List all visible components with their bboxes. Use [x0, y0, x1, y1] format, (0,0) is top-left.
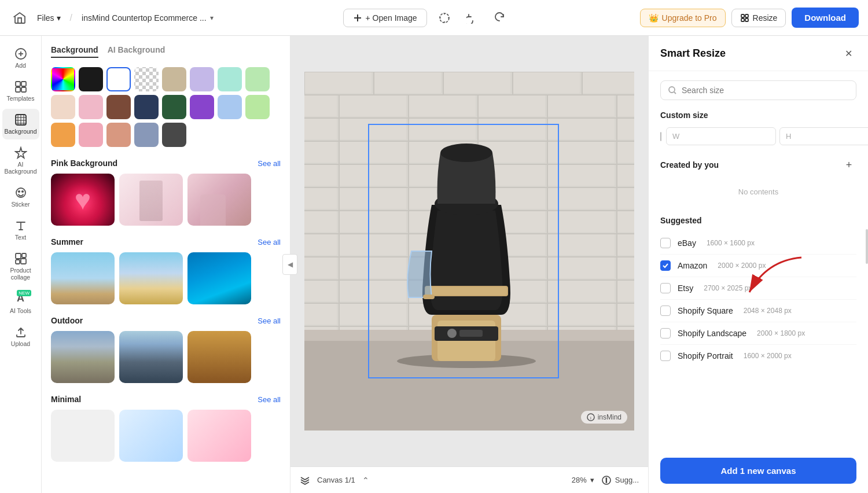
- custom-size-checkbox[interactable]: [660, 132, 661, 141]
- topbar: Files ▾ / insMind Countertop Ecommerce .…: [0, 0, 868, 36]
- download-button[interactable]: Download: [792, 8, 859, 28]
- brick-pattern: [304, 72, 634, 431]
- left-panel: Background AI Background: [42, 36, 290, 493]
- undo-button[interactable]: [462, 8, 483, 28]
- add-custom-size-button[interactable]: +: [841, 157, 856, 172]
- sidebar-item-product-collage[interactable]: Product collage: [2, 248, 39, 285]
- svg-text:!: !: [605, 477, 607, 484]
- svg-rect-47: [459, 330, 483, 337]
- suggest-button[interactable]: ! Sugg...: [601, 475, 639, 485]
- shopify-landscape-checkbox[interactable]: [660, 328, 671, 339]
- bg-thumb-road[interactable]: [51, 331, 115, 383]
- minimal-see-all[interactable]: See all: [258, 395, 281, 404]
- color-swatch-dark-green[interactable]: [162, 95, 186, 119]
- open-image-button[interactable]: + Open Image: [343, 9, 427, 27]
- created-by-you-label: Created by you: [660, 160, 719, 170]
- bg-thumb-minimal-2[interactable]: [119, 410, 183, 462]
- color-swatch-steel-blue[interactable]: [134, 123, 159, 147]
- etsy-checkbox[interactable]: [660, 283, 671, 293]
- close-button[interactable]: ✕: [840, 45, 856, 61]
- bg-thumb-beach-sky[interactable]: [51, 252, 115, 304]
- sidebar-item-upload[interactable]: Upload: [2, 321, 39, 352]
- color-swatch-light-pink[interactable]: [79, 123, 103, 147]
- bg-thumb-pool[interactable]: [187, 252, 251, 304]
- color-swatch-pink[interactable]: [79, 95, 103, 119]
- color-swatch-peach[interactable]: [51, 95, 75, 119]
- sidebar-item-sticker[interactable]: Sticker: [2, 182, 39, 212]
- suggested-item-shopify-square[interactable]: Shopify Square 2048 × 2048 px: [660, 300, 856, 322]
- sidebar-item-text[interactable]: Text: [2, 215, 39, 245]
- layers-button[interactable]: [300, 475, 310, 485]
- tab-background[interactable]: Background: [51, 45, 98, 58]
- bg-thumb-minimal-3[interactable]: [187, 410, 251, 462]
- shopify-portrait-checkbox[interactable]: [660, 351, 671, 361]
- canvas-expand-button[interactable]: ⌃: [362, 476, 369, 485]
- svg-rect-29: [22, 253, 26, 257]
- bg-thumb-sandy-beach[interactable]: [119, 252, 183, 304]
- color-swatch-black[interactable]: [79, 67, 103, 91]
- canvas-bottom-bar: Canvas 1/1 ⌃ 28% ▾ ! Sugg...: [290, 466, 648, 493]
- minimal-header: Minimal See all: [51, 395, 281, 404]
- sidebar-item-background[interactable]: Background: [2, 109, 39, 139]
- redo-button[interactable]: [490, 8, 510, 28]
- canvas-image[interactable]: i insMind: [304, 72, 634, 431]
- color-swatch-light-lime[interactable]: [245, 95, 270, 119]
- color-swatch-light-blue[interactable]: [218, 95, 242, 119]
- sidebar-item-ai-tools[interactable]: A NEW AI Tools: [2, 288, 39, 319]
- amazon-checkbox[interactable]: [660, 260, 671, 271]
- resize-button[interactable]: Resize: [731, 9, 786, 27]
- color-swatch-purple[interactable]: [190, 95, 214, 119]
- color-swatch-orange[interactable]: [51, 123, 75, 147]
- summer-see-all[interactable]: See all: [258, 238, 281, 246]
- upgrade-button[interactable]: 👑 Upgrade to Pro: [640, 9, 726, 27]
- zoom-control[interactable]: 28% ▾: [572, 476, 594, 484]
- color-swatch-brown[interactable]: [106, 95, 131, 119]
- bg-thumb-pink-room[interactable]: [187, 174, 251, 226]
- suggested-item-etsy[interactable]: Etsy 2700 × 2025 px: [660, 277, 856, 300]
- color-swatch-rainbow[interactable]: [51, 67, 75, 91]
- svg-rect-49: [426, 287, 507, 295]
- suggested-item-shopify-portrait[interactable]: Shopify Portrait 1600 × 2000 px: [660, 345, 856, 367]
- color-swatch-tan[interactable]: [162, 67, 186, 91]
- svg-point-2: [440, 13, 449, 23]
- canvas-label: Canvas 1/1: [317, 476, 355, 484]
- color-swatch-mint[interactable]: [218, 67, 242, 91]
- outdoor-see-all[interactable]: See all: [258, 317, 281, 325]
- width-input[interactable]: [666, 127, 776, 145]
- sidebar-item-add[interactable]: Add: [2, 43, 39, 73]
- tab-ai-background[interactable]: AI Background: [108, 45, 165, 58]
- search-icon: [668, 86, 677, 95]
- svg-rect-15: [21, 82, 26, 86]
- files-menu[interactable]: Files ▾: [37, 13, 61, 23]
- color-swatch-white[interactable]: [106, 67, 131, 91]
- home-button[interactable]: [9, 8, 30, 28]
- color-swatch-dark-gray[interactable]: [162, 123, 186, 147]
- shopify-square-checkbox[interactable]: [660, 306, 671, 316]
- sidebar-item-ai-background[interactable]: AI Background: [2, 142, 39, 179]
- height-input[interactable]: [779, 127, 868, 145]
- pink-background-see-all[interactable]: See all: [258, 159, 281, 168]
- magic-wand-button[interactable]: [434, 8, 455, 28]
- bg-thumb-city[interactable]: [119, 331, 183, 383]
- panel-collapse-button[interactable]: ◀: [282, 254, 297, 275]
- sidebar-item-templates[interactable]: Templates: [2, 76, 39, 106]
- color-swatch-light-green[interactable]: [245, 67, 270, 91]
- suggested-item-shopify-landscape[interactable]: Shopify Landscape 2000 × 1800 px: [660, 322, 856, 345]
- color-swatch-transparent[interactable]: [134, 67, 159, 91]
- suggested-item-ebay[interactable]: eBay 1600 × 1600 px: [660, 232, 856, 255]
- bg-thumb-heart[interactable]: ♥: [51, 174, 115, 226]
- search-input[interactable]: [682, 86, 849, 95]
- suggested-item-amazon[interactable]: Amazon 2000 × 2000 px: [660, 255, 856, 277]
- right-panel-scrollbar[interactable]: [866, 229, 868, 264]
- color-swatch-salmon[interactable]: [106, 123, 131, 147]
- bg-thumb-minimal-1[interactable]: [51, 410, 115, 462]
- project-title[interactable]: insMind Countertop Ecommerce ... ▾: [82, 13, 214, 23]
- bg-thumb-deck[interactable]: [187, 331, 251, 383]
- add-canvas-button[interactable]: Add 1 new canvas: [660, 458, 856, 484]
- ebay-checkbox[interactable]: [660, 238, 671, 248]
- juicer-product[interactable]: [374, 118, 559, 378]
- svg-point-46: [447, 329, 457, 338]
- bg-thumb-pink-soft[interactable]: [119, 174, 183, 226]
- color-swatch-lavender[interactable]: [190, 67, 214, 91]
- color-swatch-dark-navy[interactable]: [134, 95, 159, 119]
